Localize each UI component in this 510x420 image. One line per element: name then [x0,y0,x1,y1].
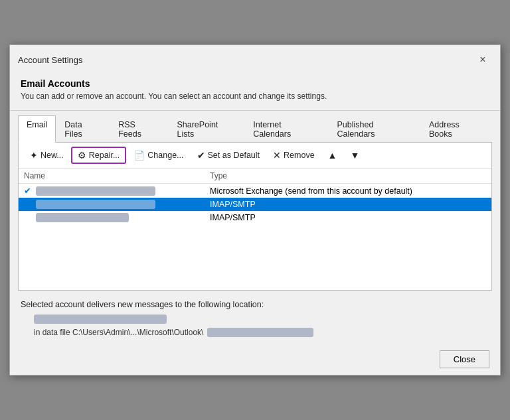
header-description: You can add or remove an account. You ca… [21,92,489,101]
table-header: Name Type [19,169,491,184]
tab-data-files[interactable]: Data Files [56,115,110,143]
col-type-header: Type [210,171,486,180]
change-icon: 📄 [133,150,145,161]
change-label: Change... [147,151,183,160]
account-name [36,186,210,196]
tab-rss-feeds[interactable]: RSS Feeds [110,115,168,143]
tab-address-books[interactable]: Address Books [420,115,492,143]
account-name [36,213,210,222]
window-close-button[interactable]: × [473,50,492,69]
table-row[interactable]: ✔ Microsoft Exchange (send from this acc… [19,184,491,198]
blurred-account [34,315,167,324]
tab-published-calendars[interactable]: Published Calendars [329,115,420,143]
remove-label: Remove [284,151,315,160]
blurred-name [36,186,155,196]
remove-button[interactable]: ✕ Remove [267,147,321,163]
file-path [21,315,489,324]
table-row[interactable]: IMAP/SMTP [19,211,491,224]
file-path-label: in data file C:\Users\Admin\...\Microsof… [21,328,489,337]
title-bar: Account Settings × [10,45,500,72]
change-button[interactable]: 📄 Change... [128,147,189,163]
table-row[interactable]: IMAP/SMTP [19,198,491,211]
footer: Close [10,344,500,375]
tab-content: ✦ New... ⚙ Repair... 📄 Change... ✔ Set a… [18,142,492,291]
header-section: Email Accounts You can add or remove an … [10,72,500,110]
tab-sharepoint-lists[interactable]: SharePoint Lists [168,115,244,143]
dialog-title: Account Settings [18,55,83,65]
col-name-header: Name [24,171,210,180]
bottom-description: Selected account delivers new messages t… [21,300,489,309]
account-type: IMAP/SMTP [210,200,486,209]
tab-email[interactable]: Email [18,115,56,143]
tabs-bar: Email Data Files RSS Feeds SharePoint Li… [10,111,500,142]
move-up-button[interactable]: ▲ [322,147,343,163]
path-text: in data file C:\Users\Admin\...\Microsof… [34,328,203,337]
header-heading: Email Accounts [21,78,489,89]
close-dialog-button[interactable]: Close [440,350,489,368]
up-arrow-icon: ▲ [328,150,337,161]
account-settings-dialog: Account Settings × Email Accounts You ca… [9,44,501,376]
new-icon: ✦ [30,150,38,161]
tab-internet-calendars[interactable]: Internet Calendars [244,115,328,143]
toolbar: ✦ New... ⚙ Repair... 📄 Change... ✔ Set a… [19,143,491,169]
down-arrow-icon: ▼ [350,150,359,161]
set-default-label: Set as Default [208,151,260,160]
blurred-name [36,213,129,222]
repair-button[interactable]: ⚙ Repair... [71,147,127,164]
account-type: Microsoft Exchange (send from this accou… [210,186,486,196]
new-label: New... [41,151,64,160]
account-type: IMAP/SMTP [210,213,486,222]
blurred-path [207,328,313,337]
move-down-button[interactable]: ▼ [344,147,365,163]
blurred-name [36,200,155,209]
set-default-button[interactable]: ✔ Set as Default [191,147,266,163]
table-body: ✔ Microsoft Exchange (send from this acc… [19,184,491,290]
repair-icon: ⚙ [78,150,86,161]
bottom-info: Selected account delivers new messages t… [10,291,500,344]
repair-label: Repair... [89,151,120,160]
remove-icon: ✕ [273,150,281,161]
account-name [36,200,210,209]
check-icon: ✔ [24,186,36,196]
check-icon: ✔ [197,150,205,161]
new-button[interactable]: ✦ New... [24,147,70,163]
